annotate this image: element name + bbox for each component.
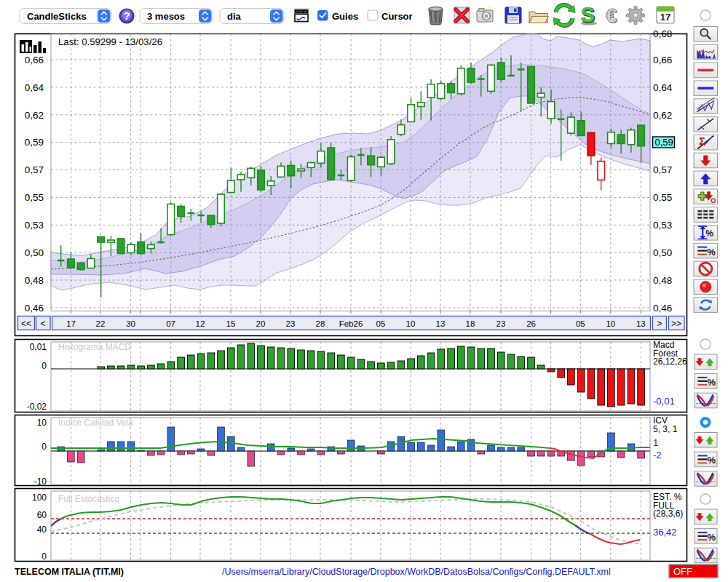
svg-text:13: 13: [636, 319, 646, 328]
svg-text:0,50: 0,50: [653, 247, 672, 258]
svg-text:%: %: [708, 455, 716, 466]
svg-text:0,57: 0,57: [653, 164, 672, 175]
svg-text:0,64: 0,64: [25, 82, 44, 93]
svg-text:Histograma MACD: Histograma MACD: [58, 342, 131, 352]
svg-text:%: %: [705, 228, 713, 239]
svg-text:1: 1: [653, 437, 658, 448]
svg-text:10: 10: [606, 319, 615, 328]
svg-text:17: 17: [660, 12, 670, 23]
svg-text:€: €: [606, 4, 617, 27]
svg-text:0,64: 0,64: [653, 82, 673, 93]
svg-text:0,62: 0,62: [25, 110, 44, 121]
svg-text:28: 28: [316, 319, 325, 328]
svg-text:/Users/mserra/Library/CloudSto: /Users/mserra/Library/CloudStorage/Dropb…: [222, 567, 611, 577]
svg-text:0,62: 0,62: [653, 110, 672, 121]
svg-text:5, 3, 1: 5, 3, 1: [653, 424, 678, 434]
svg-text:22: 22: [96, 319, 106, 328]
svg-text:Feb26: Feb26: [339, 319, 363, 328]
svg-text:10: 10: [37, 418, 47, 428]
svg-text:Cursor: Cursor: [381, 11, 413, 22]
svg-text:%: %: [708, 377, 716, 388]
svg-text:0,68: 0,68: [653, 28, 672, 39]
svg-text:%: %: [708, 532, 716, 543]
svg-text:0: 0: [41, 442, 47, 452]
svg-text:CandleSticks: CandleSticks: [27, 11, 87, 22]
svg-text:>>: >>: [671, 319, 681, 329]
svg-text:0,48: 0,48: [25, 275, 44, 286]
svg-text:Guies: Guies: [332, 11, 358, 22]
svg-text:(28,3,6): (28,3,6): [653, 509, 683, 519]
svg-text:Full Estocástico: Full Estocástico: [58, 494, 119, 504]
svg-text:10: 10: [406, 319, 416, 328]
svg-text:0: 0: [41, 551, 47, 562]
svg-text:Σ: Σ: [699, 135, 705, 147]
svg-text:0,01: 0,01: [30, 342, 47, 352]
svg-text:26,12,26: 26,12,26: [653, 356, 687, 367]
svg-text:0,50: 0,50: [25, 247, 44, 258]
svg-text:100: 100: [32, 493, 47, 503]
svg-text:>: >: [657, 319, 662, 329]
svg-text:13: 13: [436, 319, 446, 328]
svg-text:<: <: [40, 319, 45, 329]
svg-text:0,55: 0,55: [653, 192, 672, 203]
svg-text:0,57: 0,57: [25, 164, 44, 175]
svg-text:17: 17: [66, 319, 76, 328]
svg-text:TELECOM ITALIA (TIT.MI): TELECOM ITALIA (TIT.MI): [15, 567, 124, 577]
svg-text:0,66: 0,66: [25, 55, 44, 65]
svg-text:30: 30: [126, 319, 135, 328]
svg-text:S: S: [580, 3, 594, 26]
svg-text:OFF: OFF: [673, 566, 692, 577]
svg-text:Last: 0.59299 - 13/03/26: Last: 0.59299 - 13/03/26: [58, 36, 162, 47]
svg-text:05: 05: [376, 319, 386, 328]
svg-text:15: 15: [226, 319, 236, 328]
svg-text:23: 23: [496, 319, 506, 328]
svg-text:0,53: 0,53: [653, 220, 672, 231]
svg-text:3 mesos: 3 mesos: [147, 11, 185, 22]
svg-text:0,46: 0,46: [25, 303, 44, 314]
svg-text:0,53: 0,53: [25, 220, 44, 231]
svg-text:-2: -2: [653, 450, 662, 461]
svg-text:dia: dia: [227, 11, 242, 22]
svg-text:0,48: 0,48: [653, 275, 672, 286]
svg-text:12: 12: [196, 319, 205, 328]
svg-text:Indice Calidad Vela: Indice Calidad Vela: [58, 418, 133, 428]
svg-text:20: 20: [256, 319, 266, 328]
svg-text:?: ?: [123, 9, 130, 22]
svg-text:0,55: 0,55: [25, 192, 44, 203]
svg-text:0: 0: [41, 361, 47, 371]
svg-text:0,59: 0,59: [655, 137, 673, 148]
svg-text:26: 26: [526, 319, 536, 328]
svg-text:<<: <<: [21, 319, 31, 329]
svg-text:05: 05: [576, 319, 585, 328]
svg-text:%: %: [707, 247, 716, 258]
svg-text:-10: -10: [34, 477, 47, 487]
svg-text:23: 23: [286, 319, 296, 328]
svg-text:-0,02: -0,02: [27, 402, 47, 412]
svg-text:0,66: 0,66: [653, 55, 672, 65]
svg-text:40: 40: [37, 525, 47, 535]
svg-text:0,59: 0,59: [25, 137, 44, 148]
svg-text:18: 18: [466, 319, 475, 328]
svg-text:36,42: 36,42: [653, 527, 677, 538]
svg-text:-0,01: -0,01: [653, 396, 675, 407]
svg-text:60: 60: [37, 510, 47, 520]
svg-text:07: 07: [166, 319, 175, 328]
svg-text:0,46: 0,46: [653, 303, 672, 314]
